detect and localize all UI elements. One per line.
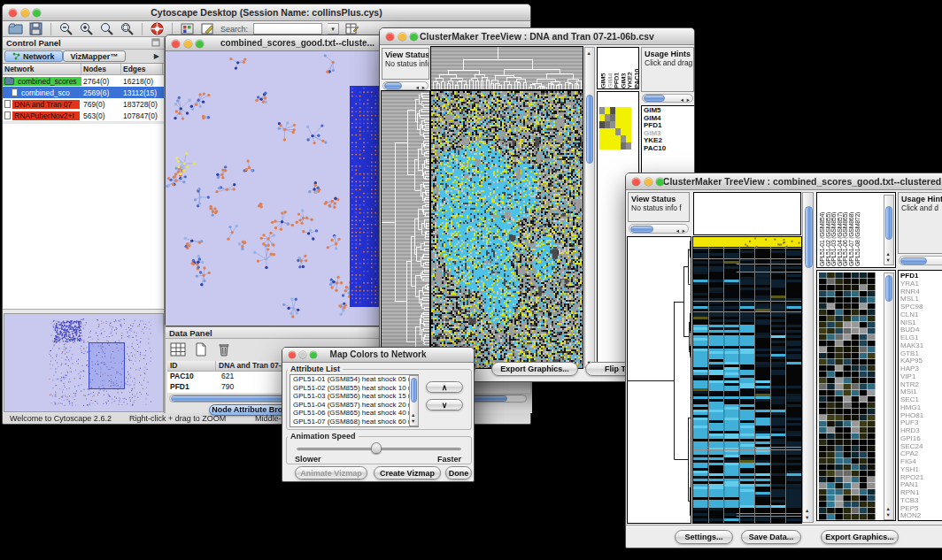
treeview1-titlebar[interactable]: ClusterMaker TreeView : DNA and Tran 07-… <box>380 28 694 45</box>
column-header[interactable]: Nodes <box>81 64 121 74</box>
close-button[interactable] <box>632 178 640 186</box>
tab-network[interactable]: Network <box>4 50 63 62</box>
gene-label[interactable]: MON2 <box>899 512 942 520</box>
attribute-browser-icon[interactable] <box>344 22 359 35</box>
tv1-correlation-matrix[interactable] <box>599 107 631 150</box>
column-label: PAC10 <box>632 48 639 88</box>
tv2-usage-scrollbar[interactable]: ◂▸ <box>899 256 942 265</box>
export-graphics-button[interactable]: Export Graphics... <box>491 362 578 376</box>
tv1-row-dendrogram[interactable] <box>382 91 429 368</box>
treeview2-title: ClusterMaker TreeView : combined_scores_… <box>663 176 941 187</box>
zoom-button[interactable] <box>196 40 204 48</box>
network-row[interactable]: DNA and Tran 07 769(0) 183728(0) <box>3 98 164 110</box>
zoom-button[interactable] <box>310 351 317 358</box>
tabs-more-arrow[interactable]: ▶ <box>150 52 164 60</box>
tv2-row-dendrogram[interactable] <box>628 237 691 523</box>
faster-label: Faster <box>437 455 461 464</box>
column-header[interactable]: Network <box>3 64 81 74</box>
search-dropdown-arrow[interactable]: ▾ <box>328 23 339 35</box>
save-data-button[interactable]: Save Data... <box>741 530 801 544</box>
zoom-button[interactable] <box>656 178 664 186</box>
network-list-whitespace <box>3 124 164 310</box>
attribute-item[interactable]: GPL51-03 (GSM856) heat shock 15 min <box>290 392 418 401</box>
tv1-column-labels: GIM5GIM4PFD1GIM3YKE2PAC10 <box>597 47 639 89</box>
network-view-title: combined_scores_good.txt--cluste... <box>220 38 374 48</box>
column-header[interactable]: ID <box>167 361 216 371</box>
tv1-view-status-panel: View Status No status info f <box>382 48 429 80</box>
close-button[interactable] <box>9 9 17 17</box>
close-button[interactable] <box>386 33 394 41</box>
minimize-button[interactable] <box>398 33 406 41</box>
gene-label[interactable]: PAC10 <box>642 145 694 153</box>
attribute-item[interactable]: GPL51-04 (GSM857) heat shock 20 min <box>290 401 418 410</box>
attribute-item[interactable]: GPL51-02 (GSM855) heat shock 10 min <box>290 384 418 393</box>
zoom-fit-icon[interactable] <box>99 22 114 35</box>
close-button[interactable] <box>289 351 296 358</box>
attribute-item[interactable]: GPL51-06 (GSM865) heat shock 40 min <box>290 409 418 418</box>
attribute-list-scrollbar[interactable]: ▴▾ <box>409 375 419 426</box>
tv1-usage-hints-panel: Usage Hints Click and drag to <box>641 47 694 92</box>
attribute-item[interactable]: GPL51-08 (GSM872) heat shock 80 min <box>290 426 418 427</box>
zoom-selected-icon[interactable] <box>120 22 135 35</box>
save-icon[interactable] <box>28 22 43 35</box>
trash-icon[interactable] <box>215 341 233 357</box>
tv2-gene-list[interactable]: PFD1YRA1RNR4MSL1SPC98CLN1NIS1BUD4ELG1MAK… <box>898 270 942 521</box>
open-folder-icon[interactable] <box>8 22 23 35</box>
attribute-item[interactable]: GPL51-01 (GSM854) heat shock 05 min <box>290 375 418 384</box>
minimize-button[interactable] <box>21 9 29 17</box>
tv2-summary-heatmap[interactable] <box>819 272 876 520</box>
tv2-summary-scrollbar[interactable]: ▴▾ <box>884 272 894 520</box>
treeview2-titlebar[interactable]: ClusterMaker TreeView : combined_scores_… <box>626 173 942 190</box>
annotation-icon[interactable] <box>200 22 215 35</box>
tab-vizmapper[interactable]: VizMapper™ <box>63 50 127 62</box>
network-file-icon <box>4 111 11 119</box>
control-panel-title: Control Panel <box>6 38 61 48</box>
network-row-selected[interactable]: combined_sco 2569(6) 13112(15) <box>3 87 164 98</box>
column-header[interactable]: Edges <box>121 64 163 74</box>
speed-slider-thumb[interactable] <box>371 442 382 454</box>
move-up-button[interactable]: ∧ <box>426 381 463 393</box>
main-titlebar[interactable]: Cytoscape Desktop (Session Name: collins… <box>3 4 530 21</box>
tv2-column-labels: GPL51-01 (GSM854)GPL51-02 (GSM855)GPL51-… <box>819 194 865 266</box>
tv2-heatmap[interactable] <box>693 237 801 523</box>
attribute-list[interactable]: GPL51-01 (GSM854) heat shock 05 minGPL51… <box>290 374 419 427</box>
tv1-usage-scrollbar[interactable]: ◂▸ <box>642 94 693 103</box>
tv1-vscrollbar[interactable]: ▴▾ <box>584 47 595 368</box>
create-vizmap-button[interactable]: Create Vizmap <box>374 466 441 479</box>
control-panel-tabs: Network VizMapper™ ▶ <box>3 50 164 64</box>
animate-vizmap-button[interactable]: Animate Vizmap <box>295 466 367 479</box>
dialog-titlebar[interactable]: Map Colors to Network <box>282 348 474 363</box>
done-button[interactable]: Done <box>445 466 472 479</box>
zoom-out-icon[interactable] <box>58 22 73 35</box>
export-graphics-button[interactable]: Export Graphics... <box>821 530 899 544</box>
tv2-labels-scrollbar[interactable]: ▴▾ <box>884 195 894 265</box>
birdseye-overview[interactable] <box>4 313 164 412</box>
column-label: GPL51-08 (GSM872) <box>854 194 861 266</box>
network-row[interactable]: combined_scores 2764(0) 16218(0) <box>3 75 164 87</box>
network-file-icon <box>4 100 11 108</box>
tv2-vscrollbar[interactable]: ▴▾ <box>802 192 814 523</box>
help-lifering-icon[interactable] <box>150 22 165 35</box>
zoom-button[interactable] <box>33 9 41 17</box>
zoom-button[interactable] <box>410 33 418 41</box>
vizmapper-icon[interactable] <box>180 22 195 35</box>
tv1-view-status-scrollbar[interactable]: ◂▸ <box>382 81 429 90</box>
desktop: Cytoscape Desktop (Session Name: collins… <box>0 0 942 560</box>
settings-button[interactable]: Settings... <box>675 530 733 544</box>
float-panel-icon[interactable] <box>151 38 160 47</box>
tv2-view-status-scrollbar[interactable]: ◂▸ <box>629 224 689 234</box>
tv1-heatmap[interactable] <box>431 91 583 368</box>
tv1-column-dendrogram[interactable] <box>431 47 583 89</box>
search-input[interactable] <box>253 23 322 35</box>
attribute-item[interactable]: GPL51-07 (GSM868) heat shock 60 min <box>290 418 418 426</box>
minimize-button[interactable] <box>645 178 652 186</box>
status-message-pan-hint: Middle- <box>255 414 282 423</box>
close-button[interactable] <box>172 40 180 48</box>
zoom-in-icon[interactable] <box>79 22 94 35</box>
column-label: PFD1 <box>612 48 619 88</box>
new-file-icon[interactable] <box>192 341 210 357</box>
table-icon[interactable] <box>169 341 187 357</box>
minimize-button[interactable] <box>184 40 192 48</box>
network-row[interactable]: RNAPuberNov2+I 563(0) 107847(0) <box>3 110 164 121</box>
move-down-button[interactable]: ∨ <box>426 399 463 410</box>
